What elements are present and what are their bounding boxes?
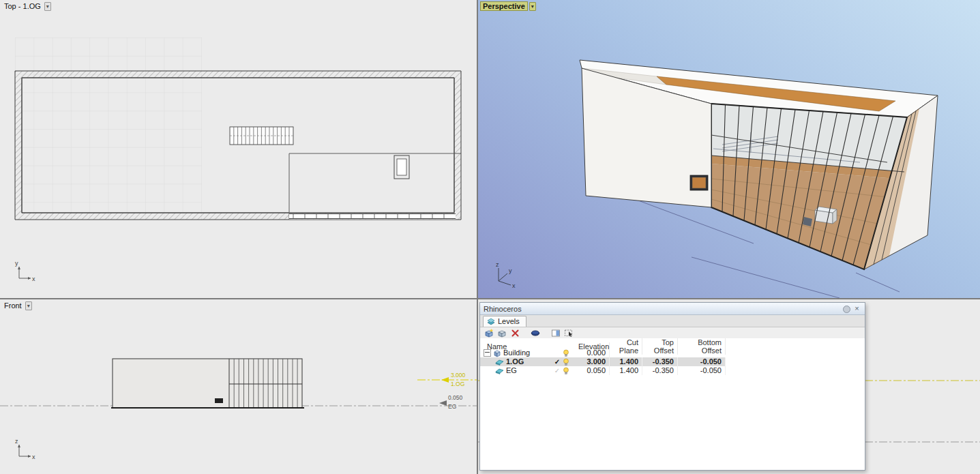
front-viewport-canvas[interactable]: 3.000 1.OG 0.050 EG z x [0,299,477,474]
cell-top-offset[interactable]: -0.350 [642,357,678,366]
axis-z-label: z [15,438,18,445]
cell-cut-plane[interactable]: 1.400 [610,366,642,375]
row-name: Building [503,349,530,357]
viewport-perspective[interactable]: Perspective ▾ [478,0,980,298]
building-3d-model [580,60,938,273]
cell-bottom-offset[interactable]: -0.050 [678,366,726,375]
viewport-perspective-label[interactable]: Perspective ▾ [480,1,536,11]
axis-z-label: z [496,261,499,268]
select-objects-icon[interactable] [563,328,574,338]
left-wall-window [690,175,708,190]
tab-levels-label: Levels [498,317,520,325]
viewport-top[interactable]: Top - 1.OG ▾ [0,0,477,298]
panel-tabbar: Levels [480,315,865,327]
row-name: EG [506,366,517,375]
row-name: 1.OG [506,357,524,366]
viewport-top-label[interactable]: Top - 1.OG ▾ [2,1,51,11]
axis-x-label: x [32,276,35,282]
viewport-divider-horizontal[interactable] [0,298,980,299]
delete-level-icon[interactable] [509,328,520,338]
table-row-1og[interactable]: 1.OG ✓ 3.000 1.400 -0.350 -0.050 [480,357,865,366]
cell-elevation[interactable]: 0.050 [578,366,610,375]
axis-gizmo-front [18,445,31,458]
stair-plan [230,127,293,145]
axis-gizmo-top [18,267,31,280]
axis-x-label: x [32,454,35,460]
chevron-down-icon[interactable]: ▾ [529,2,536,11]
perspective-viewport-canvas[interactable]: z y x [478,0,980,298]
level-marker-eg[interactable]: 0.050 EG [439,394,463,410]
levels-panel-window: Rhinoceros × Levels [479,302,865,471]
panel-list-icon[interactable] [550,328,561,338]
level-marker-og-name: 1.OG [451,381,464,387]
current-level-check-icon-inactive[interactable]: ✓ [553,366,561,375]
axis-x-label: x [512,282,516,289]
level-icon [495,358,504,366]
chevron-down-icon[interactable]: ▾ [25,301,32,310]
column-header-cut-plane[interactable]: Cut Plane [610,338,642,355]
cell-elevation[interactable]: 0.000 [578,349,610,357]
table-row-eg[interactable]: EG ✓ 0.050 1.400 -0.350 -0.050 [480,366,865,375]
cut-plane-icon[interactable] [530,328,541,338]
column-header-top-offset[interactable]: Top Offset [642,338,678,355]
new-sublevel-icon[interactable] [496,328,507,338]
cell-cut-plane[interactable]: 1.400 [610,357,642,366]
panel-titlebar[interactable]: Rhinoceros × [480,303,865,315]
level-marker-eg-value: 0.050 [448,394,463,401]
visibility-bulb-icon[interactable] [561,358,570,366]
viewport-perspective-title[interactable]: Perspective [480,1,528,11]
chevron-down-icon[interactable]: ▾ [44,2,51,11]
levels-table: Name Elevation Cut Plane Top Offset Bott… [480,338,865,470]
axis-y-label: y [509,267,512,274]
close-icon[interactable]: × [852,304,861,313]
level-line-og-selected[interactable]: 3.000 1.OG [417,372,477,387]
viewport-top-title[interactable]: Top - 1.OG [2,1,43,11]
top-viewport-canvas[interactable]: y x [0,0,477,298]
tab-levels[interactable]: Levels [483,316,526,327]
viewport-divider-vertical[interactable] [477,0,478,474]
visibility-bulb-icon[interactable] [561,367,570,375]
front-elevation-drawing [111,359,304,408]
viewport-front[interactable]: Front ▾ 3.000 1.OG [0,299,477,474]
panel-options-icon[interactable] [843,306,850,313]
level-marker-eg-name: EG [448,403,456,410]
panel-title: Rhinoceros [484,305,841,313]
level-icon [495,367,504,374]
current-level-check-icon[interactable]: ✓ [553,357,561,366]
visibility-bulb-icon[interactable] [561,349,570,357]
new-level-icon[interactable] [484,328,494,338]
collapse-minus-icon[interactable] [484,349,491,357]
levels-table-header: Name Elevation Cut Plane Top Offset Bott… [480,338,865,349]
levels-tab-icon [487,317,495,325]
construction-grid [15,38,202,220]
viewport-front-label[interactable]: Front ▾ [2,301,32,310]
rhino-application-window: Top - 1.OG ▾ [0,0,980,474]
axis-y-label: y [15,260,18,267]
cell-top-offset[interactable]: -0.350 [642,366,678,375]
building-icon [493,349,501,357]
viewport-front-title[interactable]: Front [2,301,24,310]
cell-bottom-offset[interactable]: -0.050 [678,357,726,366]
cell-elevation[interactable]: 3.000 [578,357,610,366]
shaft-plan [394,155,409,179]
level-marker-og-value: 3.000 [451,372,466,379]
column-header-bottom-offset[interactable]: Bottom Offset [678,338,726,355]
